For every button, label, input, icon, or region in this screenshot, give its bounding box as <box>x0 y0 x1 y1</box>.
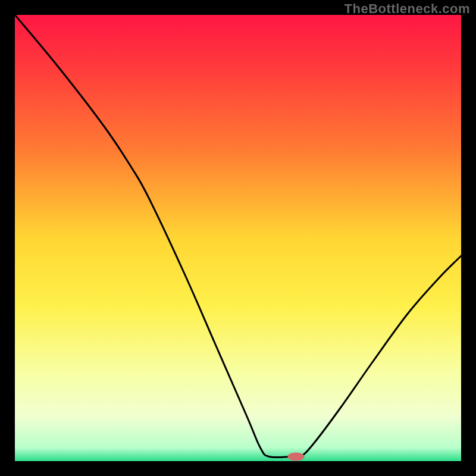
plot-area <box>15 15 461 461</box>
optimal-point-marker <box>288 453 305 461</box>
watermark-text: TheBottleneck.com <box>345 1 470 17</box>
chart-frame: TheBottleneck.com <box>0 0 476 476</box>
bottleneck-curve-chart <box>15 15 461 461</box>
